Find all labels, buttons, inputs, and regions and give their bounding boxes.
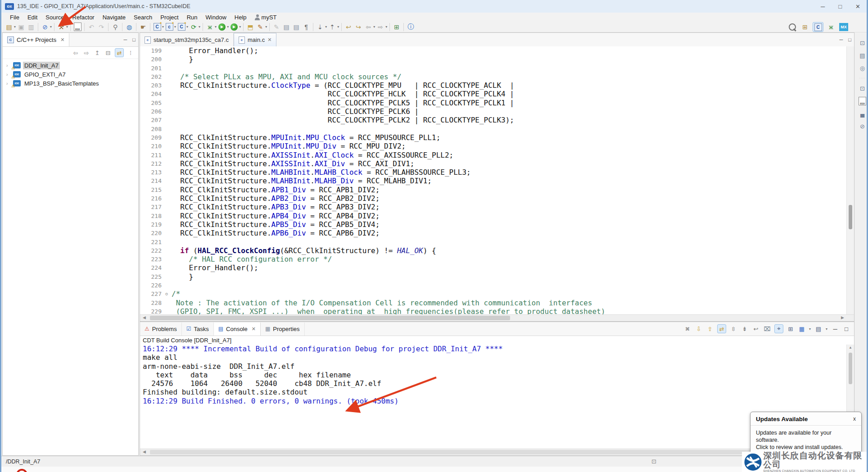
close-window-icon[interactable]: ✕ [855,3,860,10]
display-selected-console-icon[interactable]: ▦ [798,325,806,333]
debug-dropdown-icon[interactable]: ▾ [215,25,217,29]
next-annotation-dropdown-icon[interactable]: ▾ [325,25,327,29]
skip-all-breakpoints-icon[interactable]: ⊘ [40,23,50,32]
line-number[interactable]: 214 [140,177,162,185]
line-number[interactable]: 218 [140,212,162,220]
expand-icon[interactable]: › [6,72,11,77]
back-history-dropdown-icon[interactable]: ▾ [373,25,375,29]
notification-icon[interactable]: ⊡ [651,458,656,465]
keyword-scroll-lock-icon[interactable]: ⇟ [741,325,749,333]
word-wrap-icon[interactable]: ↩ [752,325,760,333]
console-hscroll-thumb[interactable] [150,450,771,454]
editor-vertical-scrollbar[interactable] [846,46,854,315]
maximize-view-icon[interactable]: □ [132,37,136,42]
redo-icon[interactable]: ↷ [96,23,106,32]
line-number[interactable]: 200 [140,55,162,64]
skip-all-breakpoints-dropdown-icon[interactable]: ▾ [50,25,52,29]
editor-tab-main.c[interactable]: cmain.c✕ [234,33,277,46]
build-dropdown-icon[interactable]: ▾ [66,25,68,29]
expand-icon[interactable]: › [6,63,11,68]
profile-icon[interactable]: ▶ [229,23,239,32]
compare-doc-icon[interactable]: ▤ [281,23,291,32]
terminate-icon[interactable]: ✖ [683,325,692,333]
menu-navigate[interactable]: Navigate [99,14,130,21]
memory-view-icon[interactable]: ▄ [859,109,867,118]
forward-history-dropdown-icon[interactable]: ▾ [385,25,387,29]
outline-view-icon[interactable]: ▤ [859,51,867,59]
line-number[interactable]: 223 [140,255,162,263]
prev-annotation-icon[interactable]: ⇡ [327,23,337,32]
pin-view-icon[interactable]: ⊘ [859,122,867,130]
view-menu-icon[interactable]: ⁞ [127,49,135,57]
line-number[interactable]: 201 [140,64,162,73]
link-with-editor-icon[interactable]: ⇄ [115,48,124,57]
last-edit-back-icon[interactable]: ↩ [344,23,353,32]
line-number[interactable]: 202 [140,73,162,81]
forward-history-icon[interactable]: ⇨ [375,23,385,32]
paint-tool-dropdown-icon[interactable]: ▾ [265,25,267,29]
line-number[interactable]: 211 [140,151,162,159]
cpp-perspective-icon[interactable]: C [813,22,823,32]
restore-view-icon[interactable]: ⊡ [859,39,867,47]
menu-project[interactable]: Project [156,14,182,21]
line-number[interactable]: 220 [140,229,162,237]
project-item-MP13_BSP_BasicTemplates[interactable]: ›IDE⚠MP13_BSP_BasicTemplates [3,79,138,88]
fold-collapse-icon[interactable]: ⊖ [162,290,172,298]
debug-icon[interactable]: ж [205,23,215,32]
editor-horizontal-scrollbar[interactable]: ◀ ▶ [140,314,854,321]
maximize-editor-icon[interactable]: □ [848,37,851,42]
run-icon[interactable]: ▶ [217,23,227,32]
build-binary-icon[interactable]: 010 [72,23,82,32]
search-flashlight-icon[interactable]: ⚲ [110,23,120,32]
up-icon[interactable]: ↥ [93,49,101,57]
generate-code-dropdown-icon[interactable]: ▾ [199,25,200,29]
editor-hscroll-thumb[interactable] [150,316,510,320]
menu-refactor[interactable]: Refactor [68,14,99,21]
popup-line2[interactable]: Click to review and install updates. [756,444,856,451]
console-output[interactable]: 16:12:29 **** Incremental Build of confi… [140,345,854,449]
back-icon[interactable]: ⇦ [72,49,80,57]
menu-search[interactable]: Search [130,14,156,21]
show-next-icon[interactable]: ⇩ [695,325,703,333]
menu-file[interactable]: File [6,14,23,21]
tab-cpp-projects[interactable]: C C/C++ Projects ✕ [3,33,69,46]
menu-run[interactable]: Run [183,14,202,21]
line-number[interactable]: 205 [140,99,162,107]
line-number[interactable]: 226 [140,281,162,290]
restore-view-2-icon[interactable]: ⊡ [859,84,867,92]
new-class-dropdown-icon[interactable]: ▾ [186,25,188,29]
clear-console-icon[interactable]: ⌧ [763,325,771,333]
line-number[interactable]: 219 [140,220,162,229]
line-number[interactable]: 207 [140,116,162,124]
tab-console[interactable]: ▤Console✕ [214,322,261,336]
line-number[interactable]: 209 [140,133,162,142]
project-item-DDR_Init_A7[interactable]: ›IDE⚠DDR_Init_A7 [3,61,138,70]
paint-tool-icon[interactable]: ✎ [255,23,265,32]
scroll-right-icon[interactable]: ▶ [841,315,844,320]
new-class-icon[interactable]: C✦ [176,23,186,32]
scroll-up-icon[interactable]: ▲ [849,345,852,349]
show-whitespace-icon[interactable]: ¶ [301,23,311,32]
build-icon[interactable]: ⚒ [56,23,66,32]
attach-debugger-icon[interactable]: ☛ [138,23,148,32]
save-icon[interactable]: ▣ [16,23,26,32]
new-wizard-icon[interactable]: ▤ [4,23,14,32]
check-updates-icon[interactable]: ◍ [124,23,134,32]
debug-perspective-icon[interactable]: ж [826,23,836,32]
last-edit-forward-icon[interactable]: ↪ [353,23,363,32]
menu-edit[interactable]: Edit [23,14,41,21]
run-dropdown-icon[interactable]: ▾ [227,25,229,29]
menu-source[interactable]: Source [41,14,68,21]
back-history-icon[interactable]: ⇦ [363,23,373,32]
display-selected-console-dropdown-icon[interactable]: ▾ [809,327,811,331]
minimize-panel-icon[interactable]: ─ [831,325,839,333]
code-editor[interactable]: 199 Error_Handler();200 }201202 /* Selec… [140,46,854,315]
minimize-view-icon[interactable]: ─ [124,37,127,42]
close-icon[interactable]: ✕ [60,37,64,43]
line-number[interactable]: 227 [140,290,162,298]
device-configuration-tool-icon[interactable]: MX [839,23,849,32]
new-stm32-project-dropdown-icon[interactable]: ▾ [162,25,164,29]
close-console-icon[interactable]: ✕ [252,326,256,332]
next-annotation-icon[interactable]: ⇣ [315,23,325,32]
line-number[interactable]: 216 [140,194,162,203]
